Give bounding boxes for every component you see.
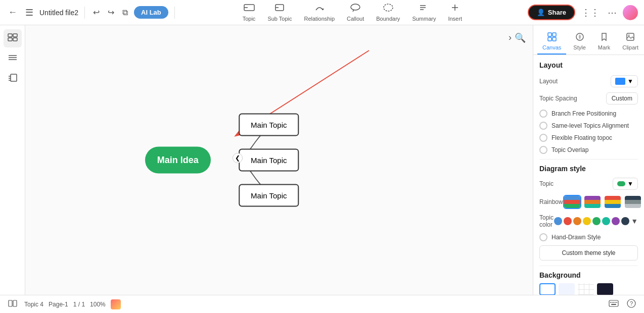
bg-opt-white[interactable] — [539, 283, 556, 295]
svg-text:?: ? — [630, 300, 633, 306]
hand-drawn-row: Hand-Drawn Style — [539, 233, 638, 241]
callout-icon — [350, 3, 361, 15]
brand-logo-container — [111, 299, 121, 309]
topic-node-3[interactable]: Main Topic — [239, 184, 299, 207]
menu-button[interactable]: ☰ — [23, 5, 35, 20]
tab-mark[interactable]: Mark — [593, 29, 615, 55]
insert-icon — [449, 3, 461, 15]
color-dot-2[interactable] — [564, 217, 572, 225]
bottom-bar: Topic 4 Page-1 1 / 1 100% ? — [0, 295, 644, 313]
same-level-row: Same-level Topics Alignment — [539, 122, 638, 130]
tool-subtopic[interactable]: Sub Topic — [262, 1, 297, 24]
layout-label: Layout — [539, 78, 558, 85]
tab-clipart[interactable]: Clipart — [617, 29, 643, 55]
color-dot-7[interactable] — [612, 217, 620, 225]
layout-prop-row: Layout ▼ — [539, 75, 638, 87]
more-button[interactable]: ⋯ — [606, 5, 619, 20]
view-mode-button[interactable] — [4, 29, 22, 47]
svg-rect-27 — [553, 33, 556, 36]
style-dot — [617, 181, 625, 186]
outline-mode-button[interactable] — [4, 70, 22, 88]
list-mode-button[interactable] — [4, 49, 22, 68]
topic-3-label: Main Topic — [251, 191, 287, 200]
same-level-label: Same-level Topics Alignment — [551, 122, 629, 129]
color-dot-8[interactable] — [621, 217, 629, 225]
help-button[interactable]: ? — [625, 297, 638, 311]
collapse-button[interactable]: ❮ — [233, 153, 243, 163]
tool-topic[interactable]: Topic — [238, 1, 261, 24]
same-level-checkbox[interactable] — [539, 122, 547, 130]
summary-icon — [419, 3, 430, 15]
color-dot-5[interactable] — [592, 217, 601, 225]
toolbar-left: ← ☰ Untitled file2 ↩ ↪ ⧉ AI Lab — [6, 5, 168, 20]
topic-node-2[interactable]: Main Topic — [239, 149, 299, 172]
bg-opt-dark[interactable] — [597, 283, 613, 295]
color-more-arrow[interactable]: ▼ — [631, 217, 638, 225]
clone-button[interactable]: ⧉ — [120, 6, 130, 19]
main-idea-label: Main Idea — [157, 155, 199, 165]
tool-boundary[interactable]: Boundary — [371, 1, 405, 24]
toolbar: ← ☰ Untitled file2 ↩ ↪ ⧉ AI Lab Topic Su… — [0, 0, 644, 25]
tool-callout[interactable]: Callout — [342, 1, 369, 24]
flexible-row: Flexible Floating topoc — [539, 134, 638, 142]
color-dot-4[interactable] — [583, 217, 591, 225]
main-idea-node[interactable]: Main Idea — [145, 147, 211, 174]
svg-rect-15 — [8, 38, 12, 41]
mark-tab-icon — [600, 32, 609, 43]
ai-lab-button[interactable]: AI Lab — [134, 6, 168, 19]
relationship-icon — [314, 3, 325, 15]
share-icon: 👤 — [537, 9, 545, 16]
svg-rect-26 — [548, 33, 551, 36]
svg-rect-13 — [8, 34, 12, 37]
bg-opt-grid[interactable] — [578, 283, 594, 295]
redo-button[interactable]: ↪ — [106, 6, 116, 19]
tool-insert-label: Insert — [448, 16, 462, 22]
background-options — [539, 283, 638, 295]
rainbow-opt-3[interactable] — [604, 195, 622, 209]
tool-insert[interactable]: Insert — [443, 1, 467, 24]
share-button[interactable]: 👤 Share — [528, 5, 575, 20]
layout-dropdown[interactable]: ▼ — [611, 75, 638, 87]
tool-summary-label: Summary — [412, 16, 436, 22]
main-content: Main Idea Main Topic Main Topic Main Top… — [0, 25, 644, 295]
overlap-checkbox[interactable] — [539, 146, 547, 154]
rainbow-opt-1[interactable] — [563, 195, 581, 209]
topic-style-dropdown[interactable]: ▼ — [613, 178, 638, 190]
avatar[interactable] — [623, 5, 638, 20]
rainbow-label: Rainbow — [539, 198, 563, 205]
grid-button[interactable]: ⋮⋮ — [579, 5, 602, 20]
custom-badge[interactable]: Custom — [606, 92, 638, 105]
branch-free-checkbox[interactable] — [539, 110, 547, 118]
tool-callout-label: Callout — [347, 16, 364, 22]
undo-button[interactable]: ↩ — [91, 6, 102, 19]
rainbow-opt-2[interactable] — [583, 195, 602, 209]
canvas-area[interactable]: Main Idea Main Topic Main Topic Main Top… — [25, 25, 533, 295]
color-dot-6[interactable] — [602, 217, 610, 225]
hand-drawn-label: Hand-Drawn Style — [551, 234, 601, 241]
bg-opt-light[interactable] — [559, 283, 575, 295]
page-nav: 1 / 1 — [73, 301, 85, 308]
back-button[interactable]: ← — [6, 5, 19, 20]
hand-drawn-checkbox[interactable] — [539, 233, 547, 241]
flexible-label: Flexible Floating topoc — [551, 134, 612, 141]
keyboard-button[interactable] — [607, 298, 621, 310]
background-section-title: Background — [539, 271, 638, 279]
tool-relationship[interactable]: Relationship — [299, 1, 340, 24]
tab-style[interactable]: Style — [568, 29, 590, 55]
custom-theme-button[interactable]: Custom theme style — [539, 245, 638, 260]
file-title: Untitled file2 — [39, 9, 78, 17]
topic-node-1[interactable]: Main Topic — [239, 114, 299, 136]
tool-summary[interactable]: Summary — [407, 1, 441, 24]
rainbow-opt-4[interactable] — [624, 195, 642, 209]
pages-button[interactable] — [6, 298, 19, 310]
canvas-tab-icon — [547, 32, 557, 43]
svg-rect-28 — [548, 37, 551, 41]
tab-canvas[interactable]: Canvas — [537, 29, 566, 55]
flexible-checkbox[interactable] — [539, 134, 547, 142]
canvas-search-button[interactable]: 🔍 — [512, 29, 529, 46]
branch-free-label: Branch Free Positioning — [551, 110, 616, 117]
color-dot-1[interactable] — [554, 217, 562, 225]
topic-style-label: Topic — [539, 180, 554, 187]
color-dot-3[interactable] — [573, 217, 581, 225]
svg-point-7 — [384, 4, 393, 11]
